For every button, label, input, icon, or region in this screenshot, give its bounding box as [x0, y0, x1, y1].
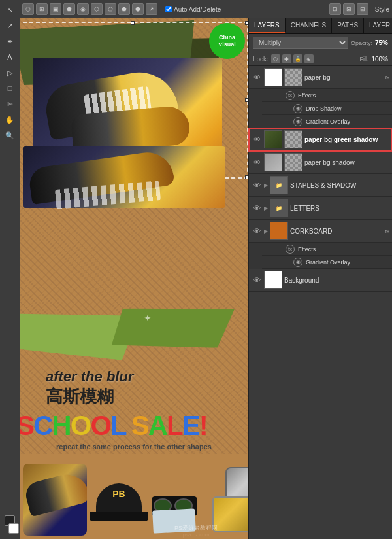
tool-type[interactable]: A — [3, 50, 17, 64]
expand-corkboard[interactable]: ▶ — [264, 228, 268, 234]
layer-fx-corkboard[interactable]: fx — [385, 228, 389, 234]
lock-label: Lock: — [253, 56, 269, 63]
gradient-overlay-icon-corkboard: ◉ — [293, 258, 302, 267]
tab-layer-extra[interactable]: LAYER... — [364, 18, 392, 33]
tool-arrow[interactable]: ↖ — [3, 3, 17, 17]
tool-rectangle[interactable]: □ — [3, 81, 17, 96]
layer-gradient-overlay-corkboard[interactable]: ◉ Gradient Overlay — [262, 256, 392, 269]
gradient-overlay-label-1: Gradient Overlay — [306, 118, 389, 125]
layer-fx-paper-bg[interactable]: fx — [385, 75, 389, 80]
layer-paper-bg-green-shadow[interactable]: 👁 paper bg green shadow — [249, 128, 392, 151]
layer-thumb-paper-shadow — [264, 153, 282, 171]
toolbar-icon-1[interactable]: ⬡ — [22, 3, 34, 15]
letter-A: A — [148, 410, 167, 442]
layer-corkboard[interactable]: 👁 ▶ CORKBOARD fx — [249, 220, 392, 243]
handle-tc[interactable] — [131, 21, 135, 25]
layer-thumb-letters: 📁 — [270, 199, 288, 217]
layer-letters[interactable]: 👁 ▶ 📁 LETTERS — [249, 197, 392, 220]
layer-thumb-green-shadow — [264, 130, 282, 148]
website-label: psa hz.com — [183, 532, 210, 538]
letter-S2: S — [131, 410, 148, 442]
layer-staples-shadow[interactable]: 👁 ▶ 📁 STAPLES & SHADOW — [249, 174, 392, 197]
layer-thumb-background — [264, 271, 282, 289]
layers-controls: Multiply Opacity: 75% — [249, 34, 392, 52]
layer-eye-corkboard[interactable]: 👁 — [252, 226, 262, 236]
layer-gradient-overlay-1[interactable]: ◉ Gradient Overlay — [262, 115, 392, 128]
layers-tabs: LAYERS CHANNELS PATHS LAYER... — [249, 18, 392, 34]
repeat-text: repeat the same process for the other sh… — [20, 443, 248, 451]
layer-name-letters: LETTERS — [290, 205, 389, 212]
effects-icon-corkboard: fx — [286, 245, 295, 254]
letter-O2: O — [90, 410, 110, 442]
lock-position-icon[interactable]: ✚ — [282, 54, 291, 63]
layer-eye-background[interactable]: 👁 — [252, 275, 262, 285]
tool-path-select[interactable]: ▷ — [3, 65, 17, 80]
toolbar-icon-12[interactable]: ⊟ — [357, 3, 368, 15]
tool-scissors[interactable]: ✄ — [3, 97, 17, 111]
blend-mode-select[interactable]: Multiply — [253, 37, 348, 49]
layer-paper-bg[interactable]: 👁 paper bg fx — [249, 66, 392, 89]
layer-eye-paper-shadow[interactable]: 👁 — [252, 157, 262, 167]
layer-drop-shadow[interactable]: ◉ Drop Shadow — [262, 102, 392, 115]
toolbar-icon-4[interactable]: ⬟ — [63, 3, 75, 15]
layer-mask-paper-bg — [284, 68, 302, 86]
letter-S: S — [20, 410, 33, 442]
watch-2 — [212, 496, 248, 532]
layer-mask-paper-shadow — [284, 153, 302, 171]
tab-channels[interactable]: CHANNELS — [286, 18, 332, 33]
fill-value: 100% — [371, 56, 388, 63]
text-area: after the blur 高斯模糊 — [46, 368, 209, 408]
tool-zoom[interactable]: 🔍 — [3, 128, 17, 143]
layer-eye-letters[interactable]: 👁 — [252, 203, 262, 213]
layer-effects-label-corkboard: fx Effects — [262, 243, 392, 256]
chinese-text: 高斯模糊 — [46, 385, 209, 408]
cap-shape — [96, 483, 142, 516]
lock-pixels-icon[interactable]: ⬡ — [271, 54, 280, 63]
layer-sub-corkboard: fx Effects ◉ Gradient Overlay — [249, 243, 392, 269]
letter-L2: L — [167, 410, 182, 442]
tool-pen[interactable]: ✒ — [3, 34, 17, 48]
lock-artboard-icon[interactable]: ⊕ — [304, 54, 314, 63]
expand-letters[interactable]: ▶ — [264, 205, 268, 211]
fill-label: Fill: — [359, 56, 368, 62]
effects-label: Effects — [298, 92, 389, 99]
china-visual-badge: ChinaVisual — [209, 23, 245, 59]
toolbar-icon-8[interactable]: ⬟ — [118, 3, 130, 15]
layer-paper-bg-shadow[interactable]: 👁 paper bg shadow — [249, 151, 392, 174]
layer-eye-staples[interactable]: 👁 — [252, 180, 262, 190]
toolbar-icon-6[interactable]: ⬡ — [91, 3, 103, 15]
background-color[interactable] — [8, 523, 19, 534]
opacity-label: Opacity: — [351, 40, 372, 46]
style-label: Style — [375, 6, 389, 13]
gradient-overlay-label-corkboard: Gradient Overlay — [306, 259, 389, 266]
green-bottom-right-shape — [110, 305, 236, 352]
layer-eye-paper-bg[interactable]: 👁 — [252, 72, 262, 82]
toolbar-icon-5[interactable]: ◉ — [77, 3, 89, 15]
toolbar-icon-10[interactable]: ⊡ — [329, 3, 341, 15]
layer-name-paper-shadow: paper bg shadow — [304, 159, 389, 166]
opacity-value: 75% — [375, 39, 388, 46]
auto-add-delete-checkbox[interactable] — [165, 6, 172, 12]
toolbar-icon-9[interactable]: ⬢ — [132, 3, 144, 15]
layer-background[interactable]: 👁 Background — [249, 269, 392, 292]
auto-add-delete-label: Auto Add/Delete — [174, 6, 221, 13]
layer-name-background: Background — [284, 277, 389, 284]
tab-layers[interactable]: LAYERS — [249, 18, 286, 33]
after-blur-text: after the blur — [46, 368, 209, 385]
tool-hand[interactable]: ✋ — [3, 113, 17, 127]
toolbar-icon-3[interactable]: ▣ — [50, 3, 61, 15]
effects-label-corkboard: Effects — [298, 246, 389, 252]
layer-eye-green-shadow[interactable]: 👁 — [252, 134, 262, 145]
school-sale-text: S C H O O L S A L E ! — [20, 410, 248, 442]
canvas-area: ✦ ✦ after the blur 高斯模糊 S C H O O L S — [20, 18, 248, 539]
shoe-laces — [84, 86, 152, 121]
toolbar-icon-7[interactable]: ⬠ — [105, 3, 116, 15]
tab-paths[interactable]: PATHS — [332, 18, 364, 33]
toolbar-icon-11[interactable]: ⊠ — [343, 3, 355, 15]
toolbar-icon-2[interactable]: ⊞ — [36, 3, 48, 15]
tool-direct-select[interactable]: ↗ — [3, 18, 17, 33]
layers-lock-row: Lock: ⬡ ✚ 🔒 ⊕ Fill: 100% — [249, 52, 392, 66]
lock-all-icon[interactable]: 🔒 — [293, 54, 302, 63]
expand-staples[interactable]: ▶ — [264, 183, 268, 188]
toolbar-icon-arrow[interactable]: ↗ — [146, 3, 157, 15]
